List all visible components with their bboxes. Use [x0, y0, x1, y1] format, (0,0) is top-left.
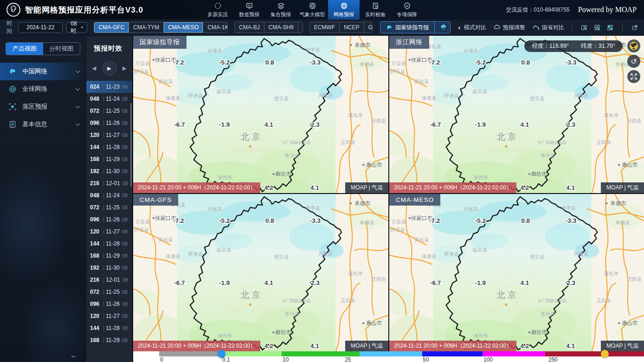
prev-step-button[interactable]: ◀	[92, 65, 96, 71]
time-item[interactable]: 16811-2908	[86, 250, 132, 262]
date-input[interactable]: 2024-11-22	[18, 22, 63, 32]
sidebar-item-basic-info[interactable]: 基本信息	[0, 116, 86, 133]
time-item[interactable]: 12011-2708	[86, 310, 132, 322]
fullscreen-button[interactable]	[627, 70, 640, 83]
sidebar-collapse-button[interactable]: ←	[70, 350, 78, 360]
time-item[interactable]: 02411-2308	[86, 81, 132, 93]
nav-grid-forecast[interactable]: 网格预报	[328, 0, 360, 19]
panel-label: 浙江网络	[389, 36, 429, 49]
map-canvas[interactable]	[133, 194, 388, 351]
next-step-button[interactable]: ▶	[122, 65, 127, 71]
tool-label: 模式对比	[464, 24, 486, 32]
play-button[interactable]: ▶	[103, 61, 116, 75]
fallzone-icon	[8, 103, 17, 111]
scrollbar[interactable]	[130, 103, 132, 187]
model-button-ecmwf[interactable]: ECMWF	[310, 22, 340, 32]
tool-label: 国省对比	[542, 24, 564, 32]
scale-tick: 100	[483, 356, 493, 362]
layout-split-icon[interactable]	[581, 24, 587, 32]
model-button-ncep[interactable]: NCEP	[340, 22, 364, 32]
map-panel-cma-meso[interactable]: CMA-MESO 2024-11-21 20:00 + 006H（2024-11…	[389, 194, 644, 351]
model-button-cma-sh9[interactable]: CMA-SH9	[264, 22, 298, 32]
model-button-cma-gfc[interactable]: CMA-GFC	[94, 22, 129, 32]
national-guidance-button[interactable]: 国家级指导报	[380, 22, 435, 33]
globe-icon	[629, 41, 639, 51]
time-item[interactable]: 09611-2608	[86, 117, 132, 129]
basemap-toggle-button[interactable]	[627, 39, 640, 52]
toolbar: 时间 2024-11-22 08时 ▾ CMA-GFC CMA-TYM CMA-…	[0, 19, 644, 36]
globe-grid-icon	[340, 2, 348, 10]
time-item[interactable]: 07211-2508	[86, 201, 132, 213]
time-item[interactable]: 21612-0108	[86, 177, 132, 189]
nav-multi-source[interactable]: 多源实况	[202, 0, 233, 19]
model-group-regional: CMA-BJ CMA-SH9 CMA-GD	[234, 22, 303, 33]
export-icon[interactable]	[632, 24, 638, 32]
time-item[interactable]: 09611-2608	[86, 213, 132, 226]
mode-compare-tool[interactable]: ◐ 模式对比	[458, 24, 486, 32]
time-item[interactable]: 14411-2808	[86, 238, 132, 250]
nav-special-support[interactable]: 专项保障	[391, 0, 423, 19]
china-map-icon	[8, 67, 17, 76]
model-button-cma-gd[interactable]: CMA-GD	[298, 22, 303, 32]
time-item[interactable]: 19211-3008	[86, 165, 132, 177]
national-provincial-compare-tool[interactable]: 国省对比	[533, 24, 564, 32]
scale-tick: 10	[283, 356, 289, 362]
nav-ensemble-forecast[interactable]: 集合预报	[265, 0, 296, 19]
provincial-forecast-button[interactable]: 省级预报	[435, 22, 451, 33]
time-item[interactable]: 16811-2908	[86, 334, 132, 346]
time-item[interactable]: 21612-0108	[86, 274, 132, 286]
nav-realtime-check[interactable]: 实时检验	[360, 0, 391, 19]
panel-timestamp: 2024-11-21 20:00 + 006H（2024-11-22 02:00…	[133, 182, 260, 193]
longitude-value: 经度：116.99°	[532, 42, 569, 50]
monitor-chart-icon	[245, 2, 253, 10]
map-canvas[interactable]	[133, 36, 388, 193]
time-item[interactable]: 09611-2608	[86, 298, 132, 310]
time-item[interactable]: 07211-2508	[86, 286, 132, 298]
layout-grid-icon[interactable]	[594, 24, 600, 32]
brand: 智能网格预报应用分析平台V3.0	[0, 3, 202, 17]
tab-product-view[interactable]: 产品视图	[6, 43, 43, 55]
map-compare-icon	[533, 25, 540, 31]
scale-lower-handle[interactable]	[218, 350, 225, 358]
sidebar-map-decoration	[0, 166, 70, 286]
model-button-german[interactable]: GERMAN	[364, 22, 373, 32]
nav-label: 数值预报	[239, 11, 259, 18]
sidebar-item-china-grid[interactable]: 中国网络	[0, 63, 86, 80]
layout-quad-icon[interactable]	[607, 24, 613, 32]
time-item[interactable]: 16811-2908	[86, 153, 132, 165]
scale-upper-handle[interactable]	[601, 350, 609, 358]
map-canvas[interactable]	[389, 194, 644, 351]
cloud-adjust-icon	[494, 25, 501, 31]
tab-hourly-view[interactable]: 分时视图	[43, 43, 80, 55]
time-item[interactable]: 04811-2408	[86, 93, 132, 105]
view-button-label: 省级预报	[450, 24, 451, 32]
undo-icon: ↺	[631, 57, 637, 66]
time-item[interactable]: 12011-2708	[86, 129, 132, 141]
date-value: 2024-11-22	[26, 24, 55, 31]
sidebar-item-fallzone-forecast[interactable]: 落区预报	[0, 98, 86, 116]
model-button-cma-meso[interactable]: CMA-MESO	[164, 22, 203, 32]
sidebar-item-global-grid[interactable]: 全球网络	[0, 80, 86, 98]
map-panel-national[interactable]: 国家级指导报 2024-11-21 20:00 + 006H（2024-11-2…	[133, 36, 388, 193]
time-item[interactable]: 14411-2808	[86, 141, 132, 153]
time-item[interactable]: 19211-3008	[86, 262, 132, 274]
map-canvas[interactable]	[389, 36, 644, 193]
model-button-cma-bj[interactable]: CMA-BJ	[235, 22, 264, 32]
model-group-cma: CMA-GFC CMA-TYM CMA-MESO CMA-1KM CMA-TRA…	[94, 22, 228, 33]
panel-label: CMA-MESO	[389, 194, 440, 206]
time-item[interactable]: 14411-2808	[86, 322, 132, 334]
map-panel-zhejiang[interactable]: 浙江网络 2024-11-21 20:00 + 006H（2024-11-22 …	[389, 36, 644, 193]
time-item[interactable]: 04811-2408	[86, 189, 132, 201]
reset-view-button[interactable]: ↺	[627, 55, 640, 68]
panel-timestamp: 2024-11-21 20:00 + 006H（2024-11-22 02:00…	[389, 341, 516, 351]
time-item[interactable]: 07211-2508	[86, 105, 132, 117]
model-button-cma-1km[interactable]: CMA-1KM	[203, 22, 228, 32]
forecast-adjust-tool[interactable]: 预报调整	[494, 24, 525, 32]
nav-label: 气象大模型	[300, 11, 325, 18]
nav-numeric-forecast[interactable]: 数值预报	[233, 0, 265, 19]
nav-ai-model[interactable]: 气象大模型	[296, 0, 328, 19]
model-button-cma-tym[interactable]: CMA-TYM	[129, 22, 164, 32]
hour-select[interactable]: 08时 ▾	[66, 22, 87, 32]
map-panel-cma-gfs[interactable]: CMA-GFS 2024-11-21 20:00 + 006H（2024-11-…	[133, 194, 388, 351]
time-item[interactable]: 12011-2708	[86, 226, 132, 238]
